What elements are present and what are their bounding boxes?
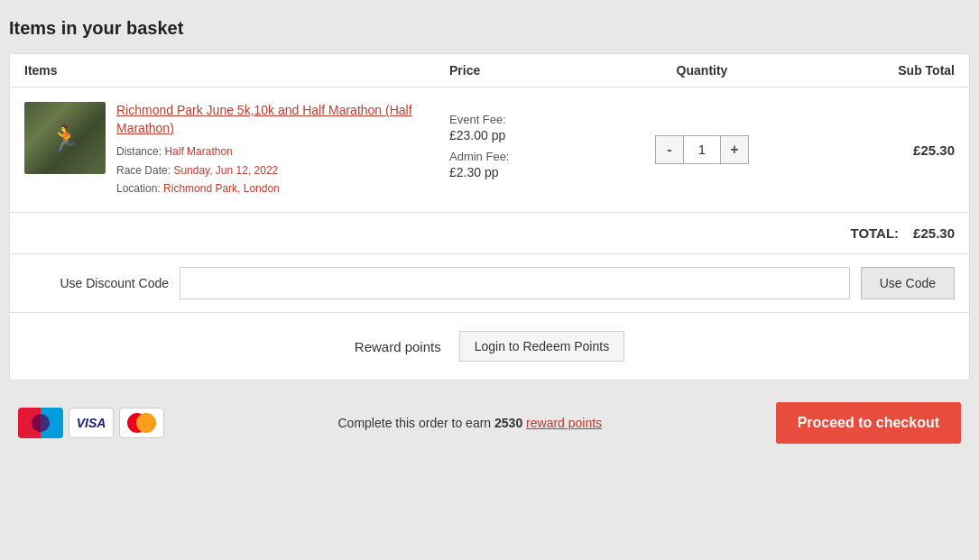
- total-row: TOTAL: £25.30: [10, 213, 969, 254]
- quantity-increase-button[interactable]: +: [720, 135, 749, 164]
- table-header: Items Price Quantity Sub Total: [10, 54, 969, 87]
- table-row: Richmond Park June 5k,10k and Half Marat…: [10, 87, 969, 213]
- page-title: Items in your basket: [9, 18, 970, 39]
- location-label: Location:: [116, 182, 161, 195]
- event-fee-value: £23.00 pp: [449, 128, 612, 142]
- item-image-inner: [24, 102, 106, 174]
- admin-fee-value: £2.30 pp: [449, 165, 612, 179]
- subtotal-column: £25.30: [792, 142, 955, 158]
- price-column: Event Fee: £23.00 pp Admin Fee: £2.30 pp: [449, 113, 612, 187]
- earn-points-bold: 2530: [494, 416, 522, 430]
- footer-bar: VISA Complete this order to earn 2530 re…: [9, 391, 970, 454]
- race-date-value: Sunday, Jun 12, 2022: [173, 164, 278, 177]
- item-location: Location: Richmond Park, London: [116, 179, 449, 197]
- basket-card: Items Price Quantity Sub Total Richmond …: [9, 53, 970, 381]
- total-value: £25.30: [913, 225, 955, 241]
- quantity-display: 1: [684, 135, 720, 164]
- col-header-quantity: Quantity: [612, 63, 792, 78]
- use-code-button[interactable]: Use Code: [861, 267, 955, 299]
- col-header-subtotal: Sub Total: [792, 63, 955, 78]
- race-date-label: Race Date:: [116, 164, 171, 177]
- earn-points-text: Complete this order to earn 2530 reward …: [179, 416, 762, 430]
- quantity-decrease-button[interactable]: -: [655, 135, 684, 164]
- distance-value: Half Marathon: [164, 145, 232, 158]
- admin-fee-label: Admin Fee:: [449, 150, 612, 163]
- mastercard-icon: [119, 408, 164, 438]
- item-race-date: Race Date: Sunday, Jun 12, 2022: [116, 161, 449, 179]
- item-distance: Distance: Half Marathon: [116, 142, 449, 161]
- location-value: Richmond Park, London: [163, 182, 280, 195]
- visa-icon: VISA: [69, 408, 114, 438]
- discount-code-input[interactable]: [180, 267, 850, 299]
- distance-label: Distance:: [116, 145, 162, 158]
- earn-text-pre: Complete this order to earn: [338, 416, 492, 430]
- mastercard-right-circle: [136, 413, 156, 433]
- reward-points-label: Reward points: [355, 339, 441, 354]
- col-header-price: Price: [449, 63, 612, 78]
- reward-points-row: Reward points Login to Redeem Points: [10, 313, 969, 380]
- item-info: Richmond Park June 5k,10k and Half Marat…: [24, 102, 449, 197]
- proceed-to-checkout-button[interactable]: Proceed to checkout: [776, 402, 961, 444]
- discount-row: Use Discount Code Use Code: [10, 254, 969, 313]
- item-details: Richmond Park June 5k,10k and Half Marat…: [116, 102, 449, 197]
- reward-points-link[interactable]: reward points: [526, 416, 602, 430]
- item-name-link[interactable]: Richmond Park June 5k,10k and Half Marat…: [116, 103, 412, 135]
- login-redeem-button[interactable]: Login to Redeem Points: [459, 331, 624, 362]
- payment-icons: VISA: [18, 408, 164, 438]
- item-image: [24, 102, 106, 174]
- col-header-items: Items: [24, 63, 449, 78]
- discount-code-label: Use Discount Code: [24, 276, 169, 290]
- event-fee-label: Event Fee:: [449, 113, 612, 126]
- total-label: TOTAL:: [851, 225, 900, 241]
- quantity-column: - 1 +: [612, 135, 792, 164]
- maestro-icon: [18, 408, 63, 438]
- item-meta: Distance: Half Marathon Race Date: Sunda…: [116, 142, 449, 197]
